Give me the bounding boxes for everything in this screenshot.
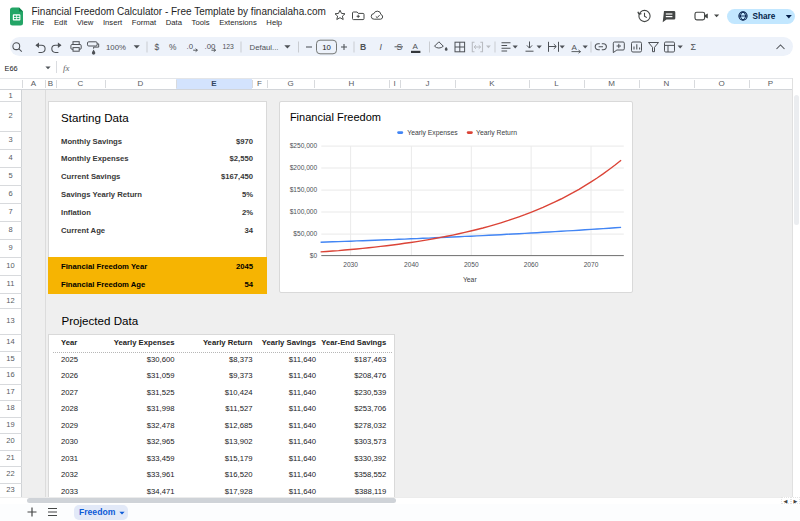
svg-text:Σ: Σ <box>691 42 697 52</box>
svg-text:10: 10 <box>322 42 331 51</box>
svg-text:2050: 2050 <box>464 261 479 268</box>
svg-text:$0: $0 <box>310 252 318 259</box>
svg-text:B: B <box>360 42 366 52</box>
svg-text:2040: 2040 <box>404 261 419 268</box>
svg-text:2070: 2070 <box>584 261 599 268</box>
svg-text:$: $ <box>155 42 160 52</box>
svg-text:2030: 2030 <box>343 261 358 268</box>
svg-text:$250,000: $250,000 <box>290 142 318 149</box>
svg-text:123: 123 <box>223 43 235 50</box>
svg-text:Financial Freedom: Financial Freedom <box>290 111 381 123</box>
svg-text:A: A <box>572 42 578 51</box>
svg-text:Yearly Expenses: Yearly Expenses <box>407 129 458 137</box>
svg-text:$50,000: $50,000 <box>294 230 318 237</box>
svg-text:2060: 2060 <box>524 261 539 268</box>
svg-text:$200,000: $200,000 <box>290 164 318 171</box>
svg-text:Yearly Return: Yearly Return <box>476 129 517 137</box>
svg-text:100%: 100% <box>106 42 126 51</box>
svg-text:%: % <box>169 42 177 52</box>
svg-text:.0: .0 <box>187 42 194 51</box>
svg-text:Defaul...: Defaul... <box>250 42 279 51</box>
svg-text:Year: Year <box>463 275 477 282</box>
svg-text:I: I <box>380 42 383 52</box>
svg-text:A: A <box>413 42 419 51</box>
svg-text:$100,000: $100,000 <box>290 208 318 215</box>
svg-text:$150,000: $150,000 <box>290 186 318 193</box>
